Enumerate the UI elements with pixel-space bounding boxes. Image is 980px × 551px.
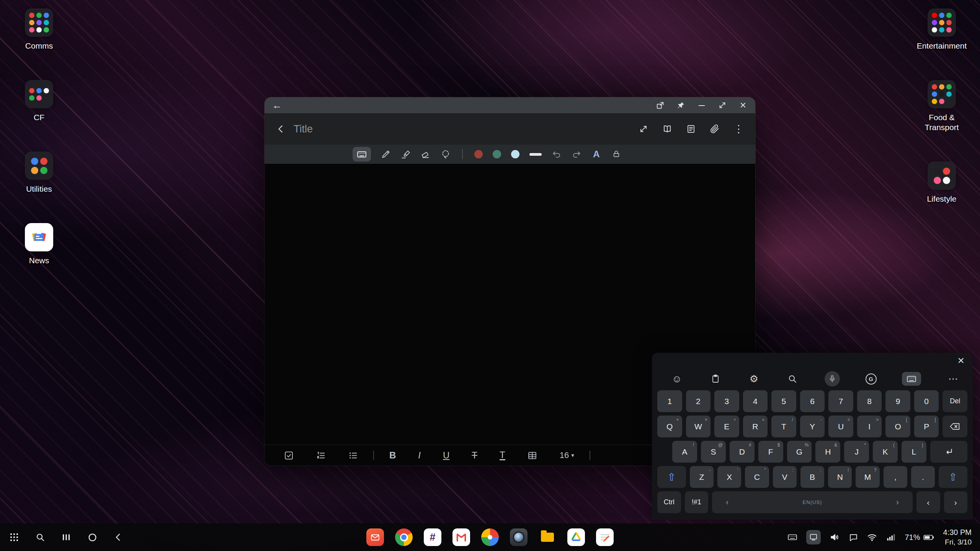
strikethrough-button[interactable]: T: [472, 450, 477, 460]
insert-table-icon[interactable]: [528, 450, 537, 460]
chrome-app-icon[interactable]: [395, 528, 413, 546]
key-j[interactable]: J*: [844, 441, 869, 463]
more-options-icon[interactable]: ⋮: [733, 123, 744, 135]
recent-apps-icon[interactable]: [61, 532, 71, 542]
keyboard-more-icon[interactable]: ⋯: [947, 372, 960, 385]
back-button-icon[interactable]: [113, 532, 123, 542]
lasso-select-icon[interactable]: [441, 149, 451, 159]
key-1[interactable]: 1: [657, 390, 682, 412]
email-app-icon[interactable]: [366, 528, 384, 546]
shortcut-lifestyle[interactable]: Lifestyle: [915, 161, 969, 204]
key-e[interactable]: E÷: [714, 416, 739, 437]
keyboard-layout-icon[interactable]: [902, 372, 921, 386]
window-back-icon[interactable]: ←: [272, 97, 282, 113]
shortcut-news[interactable]: News: [12, 223, 66, 266]
voice-input-icon[interactable]: [825, 371, 840, 386]
key-u[interactable]: U<: [828, 416, 853, 437]
volume-icon[interactable]: [830, 532, 840, 542]
italic-button[interactable]: I: [418, 450, 421, 460]
my-files-app-icon[interactable]: [539, 528, 556, 546]
key-y[interactable]: Y-: [800, 416, 825, 437]
emoji-icon[interactable]: ☺: [670, 372, 683, 385]
stroke-thickness-icon[interactable]: [529, 153, 542, 156]
key-l[interactable]: L): [902, 441, 926, 463]
shortcut-food-transport[interactable]: Food & Transport: [915, 80, 969, 132]
key-8[interactable]: 8: [857, 390, 882, 412]
key-o[interactable]: O[: [885, 416, 910, 437]
minimize-icon[interactable]: [697, 101, 706, 110]
home-button-icon[interactable]: [87, 532, 97, 542]
shortcut-utilities[interactable]: Utilities: [12, 152, 66, 194]
undo-icon[interactable]: [552, 149, 562, 159]
underline-button[interactable]: U: [443, 450, 449, 460]
key-t[interactable]: T/: [771, 416, 796, 437]
color-swatch-green[interactable]: [493, 150, 501, 158]
numbered-list-icon[interactable]: [316, 450, 326, 460]
redo-icon[interactable]: [572, 149, 581, 159]
pen-tool-icon[interactable]: [381, 149, 391, 159]
popup-view-icon[interactable]: [656, 101, 665, 110]
page-template-icon[interactable]: [686, 124, 696, 134]
key-m[interactable]: M?: [856, 466, 879, 488]
clock[interactable]: 4:30 PM Fri, 3/10: [943, 528, 972, 547]
eraser-tool-icon[interactable]: [421, 149, 431, 159]
key-6[interactable]: 6: [800, 390, 825, 412]
expand-note-icon[interactable]: [639, 124, 648, 134]
gmail-app-icon[interactable]: [452, 528, 470, 546]
keyboard-settings-icon[interactable]: ⚙: [747, 372, 760, 385]
shift-left-key[interactable]: ⇧: [657, 466, 686, 488]
color-swatch-lightblue[interactable]: [511, 150, 519, 158]
drive-app-icon[interactable]: [567, 528, 585, 546]
key-x[interactable]: X': [717, 466, 741, 488]
search-icon[interactable]: [786, 372, 799, 385]
keyboard-close-icon[interactable]: ×: [957, 355, 964, 366]
messages-icon[interactable]: [848, 532, 858, 542]
shortcut-cf[interactable]: CF: [12, 80, 66, 122]
key-5[interactable]: 5: [771, 390, 796, 412]
handwriting-input-icon[interactable]: [806, 530, 821, 544]
camera-app-icon[interactable]: [510, 528, 528, 546]
reading-view-icon[interactable]: [662, 124, 672, 134]
key-9[interactable]: 9: [885, 390, 910, 412]
space-key[interactable]: ‹EN(US)›: [712, 491, 913, 513]
key-d[interactable]: D#: [730, 441, 755, 463]
ctrl-key[interactable]: Ctrl: [657, 491, 681, 513]
cursor-left-key[interactable]: ‹: [916, 491, 940, 513]
shift-right-key[interactable]: ⇧: [939, 466, 967, 488]
note-back-chevron-icon[interactable]: [276, 124, 286, 134]
close-window-icon[interactable]: ×: [738, 101, 748, 110]
clipboard-icon[interactable]: [709, 372, 722, 385]
backspace-key[interactable]: [942, 416, 967, 437]
enter-key[interactable]: [930, 441, 967, 463]
key-4[interactable]: 4: [743, 390, 768, 412]
highlighter-tool-icon[interactable]: [401, 149, 411, 159]
key-g[interactable]: G%: [787, 441, 812, 463]
key-3[interactable]: 3: [714, 390, 739, 412]
key-2[interactable]: 2: [686, 390, 711, 412]
key-p[interactable]: P]: [914, 416, 939, 437]
maximize-icon[interactable]: [718, 101, 727, 110]
key-7[interactable]: 7: [828, 390, 853, 412]
checkbox-list-icon[interactable]: [284, 450, 294, 460]
delete-key[interactable]: Del: [942, 390, 967, 412]
lock-icon[interactable]: [611, 149, 621, 159]
grammar-assistant-icon[interactable]: G: [866, 373, 877, 385]
gallery-app-icon[interactable]: [481, 528, 499, 546]
key-f[interactable]: F$: [758, 441, 783, 463]
finder-search-icon[interactable]: [35, 532, 45, 542]
shortcut-entertainment[interactable]: Entertainment: [915, 8, 969, 51]
bullet-list-icon[interactable]: [348, 450, 358, 460]
key-[interactable]: ,: [884, 466, 907, 488]
key-[interactable]: .: [911, 466, 935, 488]
key-w[interactable]: W×: [686, 416, 711, 437]
note-title-input[interactable]: Title: [294, 123, 313, 135]
all-apps-icon[interactable]: [9, 532, 19, 542]
key-s[interactable]: S@: [701, 441, 726, 463]
keyboard-mode-button[interactable]: [353, 147, 371, 161]
handwriting-to-text-icon[interactable]: A: [591, 149, 601, 159]
key-0[interactable]: 0: [914, 390, 939, 412]
key-c[interactable]: C": [745, 466, 769, 488]
font-size-selector[interactable]: 16 ▾: [560, 450, 574, 460]
key-b[interactable]: B;: [800, 466, 824, 488]
key-v[interactable]: V:: [773, 466, 797, 488]
